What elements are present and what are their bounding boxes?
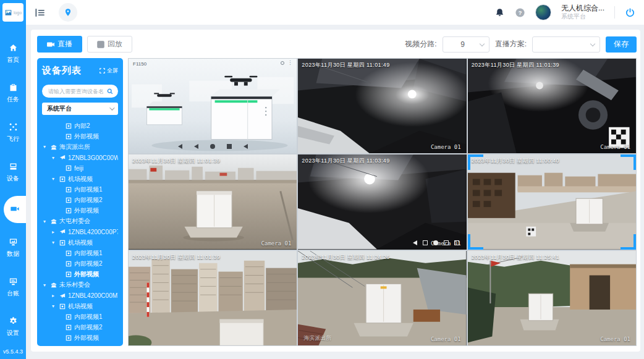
tree-item[interactable]: ▸1ZNBL4200C00M7 <box>42 290 118 301</box>
split-count-select[interactable]: 9 <box>443 36 489 53</box>
record-icon[interactable] <box>210 144 215 149</box>
pan-icon[interactable] <box>444 240 449 245</box>
flight-icon <box>9 122 18 133</box>
sidebar-item-settings[interactable]: 设置 <box>0 311 26 343</box>
player-controls <box>298 240 466 245</box>
video-cell-4[interactable]: 2023年11月30日 星期四 11:01:39Camera 01 <box>129 154 297 249</box>
expander-down-icon[interactable]: ▾ <box>43 144 48 150</box>
video-top-icons: ⋮ <box>281 61 292 65</box>
main-column: ? 无人机综合... 系统平台 <box>26 0 644 359</box>
ledger-icon <box>9 277 18 287</box>
help-button[interactable]: ? <box>515 7 525 18</box>
sidebar-item-home[interactable]: 首页 <box>0 38 26 70</box>
expander-down-icon[interactable]: ▾ <box>43 219 48 224</box>
tree-item[interactable]: ▾机场视频 <box>42 301 118 311</box>
live-plan-select[interactable] <box>532 36 600 53</box>
logo-alt-text: logo <box>14 11 22 15</box>
tree-item[interactable]: 内部视频2 <box>42 195 118 205</box>
volume-mute-icon[interactable] <box>178 144 182 149</box>
location-button[interactable] <box>59 3 77 22</box>
video-timestamp: 2023年11月30日 星期四 11:01:39 <box>132 157 220 165</box>
platform-select[interactable]: 系统平台 <box>42 103 118 115</box>
tree-item[interactable]: 内部视频1 <box>42 311 118 322</box>
sidebar-item-video[interactable] <box>4 196 26 223</box>
record-icon[interactable] <box>433 240 438 245</box>
zoom-icon[interactable] <box>281 61 284 65</box>
tree-item[interactable]: ▸1ZNBL4200C00P7 <box>42 227 118 237</box>
camera-label: Camera 01 <box>431 144 461 150</box>
tree-item[interactable]: 内部2 <box>42 120 118 131</box>
app-version: v5.5.4.3 <box>0 348 26 355</box>
video-cell-6[interactable]: 2023年11月30日 星期四 11:00:40 <box>468 154 636 249</box>
volume-icon[interactable] <box>244 144 248 149</box>
notification-bell-button[interactable] <box>494 7 505 18</box>
tree-item[interactable]: ▾机场视频 <box>42 237 118 248</box>
menu-collapse-button[interactable] <box>35 7 45 18</box>
drone-node-icon <box>59 293 66 299</box>
expander-right-icon[interactable]: ▸ <box>52 293 57 298</box>
tree-item[interactable]: 外部视频 <box>42 131 118 141</box>
sidebar-item-label: 设置 <box>7 329 19 337</box>
expander-down-icon[interactable]: ▾ <box>52 155 57 161</box>
fullscreen-button[interactable]: 全屏 <box>100 67 118 75</box>
site-node-icon <box>51 144 57 150</box>
sidebar-item-data[interactable]: 数据 <box>0 232 26 264</box>
sidebar-item-task[interactable]: 任务 <box>0 77 26 109</box>
tree-item[interactable]: 内部视频1 <box>42 184 118 195</box>
video-cell-5[interactable]: 2023年11月30日 星期四 11:03:49Camera 01 <box>298 154 466 249</box>
player-controls <box>129 144 297 149</box>
tree-item[interactable]: ▾海滨派出所 <box>42 141 118 152</box>
more-icon[interactable]: ⋮ <box>287 61 292 65</box>
settings-icon <box>9 316 18 327</box>
video-cell-9[interactable]: 2023年11月30日 星期四 11:25:41Camera 01 <box>468 251 636 345</box>
tree-item[interactable]: ▾未乐村委会 <box>42 280 118 290</box>
sidebar-item-device[interactable]: 设备 <box>0 156 26 188</box>
volume-icon[interactable] <box>413 240 417 245</box>
sidebar-item-ledger[interactable]: 台账 <box>0 271 26 303</box>
expander-down-icon[interactable]: ▾ <box>52 303 57 309</box>
chevron-down-icon <box>479 41 484 46</box>
site-node-icon <box>51 218 57 224</box>
app-root: logo 首页任务飞行设备数据台账设置 v5.5.4.3 <box>0 0 644 359</box>
fullscreen-icon[interactable] <box>454 240 459 245</box>
video-cell-7[interactable]: 2023年11月30日 星期四 11:01:39 <box>129 251 297 345</box>
user-block: 无人机综合... 系统平台 <box>561 4 604 21</box>
body-row: 设备列表 全屏 <box>37 58 637 346</box>
sidebar-item-flight[interactable]: 飞行 <box>0 117 26 149</box>
expander-right-icon[interactable]: ▸ <box>52 229 57 235</box>
video-cell-8[interactable]: 2023年11月30日 星期四 11:24:26Camera 01海滨派出所 <box>298 251 466 345</box>
tree-item-label: 1ZNBL4200C00M7 <box>68 292 118 299</box>
tree-item[interactable]: 外部视频 <box>42 333 118 342</box>
logout-power-button[interactable] <box>625 7 635 18</box>
tree-item[interactable]: 外部视频 <box>42 269 118 280</box>
device-search-input[interactable] <box>47 88 104 95</box>
video-cell-3[interactable]: 2023年11月30日 星期四 11:01:39Camera 01 <box>468 59 636 153</box>
tab-playback[interactable]: 回放 <box>87 36 132 53</box>
tree-item[interactable]: 内部视频1 <box>42 248 118 258</box>
expander-down-icon[interactable]: ▾ <box>52 240 57 245</box>
split-count-value: 9 <box>451 40 475 49</box>
video-cell-1[interactable]: F1150⋮ <box>129 59 297 153</box>
video-node-icon <box>66 133 72 140</box>
device-list-panel: 设备列表 全屏 <box>37 58 123 346</box>
video-node-icon <box>59 240 66 246</box>
video-node-icon <box>66 314 72 320</box>
avatar[interactable] <box>535 4 551 20</box>
device-tree: 内部2外部视频▾海滨派出所▾1ZNBL3G00C00WRfeiji▾机场视频内部… <box>42 120 118 342</box>
stop-icon[interactable] <box>227 144 232 149</box>
snapshot-icon[interactable] <box>423 240 428 245</box>
tree-item[interactable]: 外部视频 <box>42 206 118 216</box>
tree-item[interactable]: 内部视频2 <box>42 323 118 333</box>
tree-item-label: 内部视频2 <box>74 196 103 205</box>
prev-icon[interactable] <box>194 144 198 149</box>
tree-item[interactable]: 内部视频2 <box>42 258 118 269</box>
expander-down-icon[interactable]: ▾ <box>52 176 57 182</box>
expander-down-icon[interactable]: ▾ <box>43 282 48 288</box>
tab-live[interactable]: 直播 <box>37 36 82 53</box>
tree-item[interactable]: ▾机场视频 <box>42 174 118 184</box>
tree-item[interactable]: ▾大屯村委会 <box>42 216 118 227</box>
save-button[interactable]: 保存 <box>606 36 637 53</box>
video-cell-2[interactable]: 2023年11月30日 星期四 11:01:49Camera 01 <box>298 59 466 153</box>
tree-item[interactable]: feiji <box>42 163 118 174</box>
tree-item[interactable]: ▾1ZNBL3G00C00WR <box>42 153 118 163</box>
